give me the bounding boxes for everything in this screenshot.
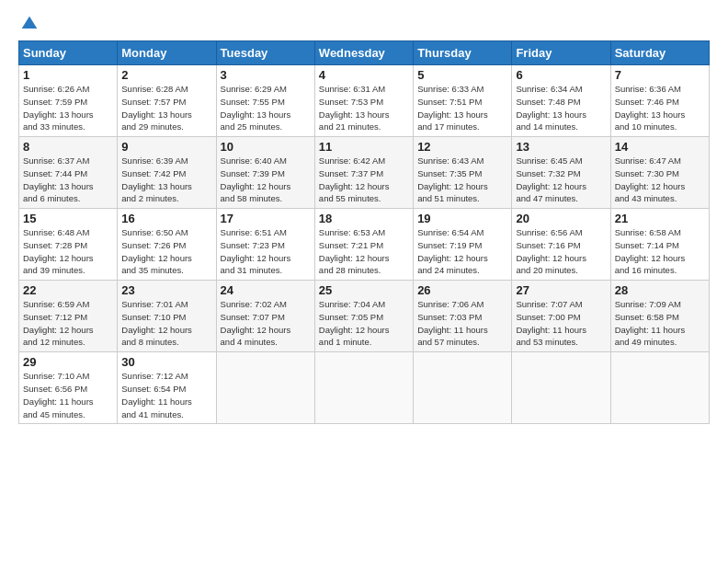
calendar-cell: 11Sunrise: 6:42 AM Sunset: 7:37 PM Dayli…	[314, 137, 413, 209]
day-number: 19	[417, 212, 507, 225]
day-info: Sunrise: 6:34 AM Sunset: 7:48 PM Dayligh…	[516, 83, 606, 133]
calendar-cell: 19Sunrise: 6:54 AM Sunset: 7:19 PM Dayli…	[414, 209, 512, 281]
day-info: Sunrise: 6:47 AM Sunset: 7:30 PM Dayligh…	[615, 155, 705, 205]
day-info: Sunrise: 6:54 AM Sunset: 7:19 PM Dayligh…	[417, 226, 507, 277]
calendar-cell: 10Sunrise: 6:40 AM Sunset: 7:39 PM Dayli…	[216, 137, 314, 209]
day-info: Sunrise: 6:48 AM Sunset: 7:28 PM Dayligh…	[23, 226, 113, 277]
calendar-cell: 16Sunrise: 6:50 AM Sunset: 7:26 PM Dayli…	[118, 209, 216, 281]
day-number: 7	[615, 68, 705, 82]
calendar-cell: 12Sunrise: 6:43 AM Sunset: 7:35 PM Dayli…	[414, 137, 512, 209]
day-info: Sunrise: 6:37 AM Sunset: 7:44 PM Dayligh…	[23, 155, 113, 205]
calendar-cell: 21Sunrise: 6:58 AM Sunset: 7:14 PM Dayli…	[610, 209, 709, 281]
day-number: 8	[23, 140, 113, 154]
calendar-cell: 1Sunrise: 6:26 AM Sunset: 7:59 PM Daylig…	[19, 65, 118, 137]
day-number: 5	[417, 68, 507, 82]
header-cell-thursday: Thursday	[414, 41, 512, 65]
day-number: 1	[23, 68, 113, 82]
day-info: Sunrise: 7:07 AM Sunset: 7:00 PM Dayligh…	[516, 298, 606, 349]
calendar-cell: 26Sunrise: 7:06 AM Sunset: 7:03 PM Dayli…	[414, 281, 512, 352]
day-number: 9	[121, 140, 211, 154]
day-number: 2	[121, 68, 211, 82]
logo-icon	[20, 15, 39, 33]
day-info: Sunrise: 6:33 AM Sunset: 7:51 PM Dayligh…	[417, 83, 507, 133]
logo	[18, 15, 39, 33]
calendar-cell: 3Sunrise: 6:29 AM Sunset: 7:55 PM Daylig…	[216, 65, 314, 137]
day-info: Sunrise: 6:43 AM Sunset: 7:35 PM Dayligh…	[417, 155, 507, 205]
calendar-header-row: SundayMondayTuesdayWednesdayThursdayFrid…	[19, 41, 710, 65]
calendar-week-row: 29Sunrise: 7:10 AM Sunset: 6:56 PM Dayli…	[19, 352, 710, 424]
calendar-cell: 7Sunrise: 6:36 AM Sunset: 7:46 PM Daylig…	[610, 65, 709, 137]
day-info: Sunrise: 6:39 AM Sunset: 7:42 PM Dayligh…	[121, 155, 211, 205]
day-info: Sunrise: 7:01 AM Sunset: 7:10 PM Dayligh…	[121, 298, 211, 349]
calendar-cell: 22Sunrise: 6:59 AM Sunset: 7:12 PM Dayli…	[19, 281, 118, 352]
day-number: 22	[23, 283, 113, 297]
calendar-cell: 28Sunrise: 7:09 AM Sunset: 6:58 PM Dayli…	[610, 281, 709, 352]
calendar-cell: 23Sunrise: 7:01 AM Sunset: 7:10 PM Dayli…	[118, 281, 216, 352]
calendar-week-row: 1Sunrise: 6:26 AM Sunset: 7:59 PM Daylig…	[19, 65, 710, 137]
day-number: 13	[516, 140, 606, 154]
day-number: 24	[221, 283, 311, 297]
header-cell-saturday: Saturday	[610, 41, 709, 65]
calendar-cell: 6Sunrise: 6:34 AM Sunset: 7:48 PM Daylig…	[512, 65, 610, 137]
calendar-cell	[216, 352, 314, 424]
calendar-cell: 27Sunrise: 7:07 AM Sunset: 7:00 PM Dayli…	[512, 281, 610, 352]
calendar-cell: 14Sunrise: 6:47 AM Sunset: 7:30 PM Dayli…	[610, 137, 709, 209]
calendar-cell	[512, 352, 610, 424]
day-number: 20	[516, 212, 606, 225]
header-cell-tuesday: Tuesday	[216, 41, 314, 65]
day-info: Sunrise: 6:28 AM Sunset: 7:57 PM Dayligh…	[121, 83, 211, 133]
day-number: 23	[121, 283, 211, 297]
day-number: 28	[615, 283, 705, 297]
calendar-week-row: 22Sunrise: 6:59 AM Sunset: 7:12 PM Dayli…	[19, 281, 710, 352]
day-number: 4	[319, 68, 409, 82]
day-info: Sunrise: 6:51 AM Sunset: 7:23 PM Dayligh…	[221, 226, 311, 277]
calendar-cell: 8Sunrise: 6:37 AM Sunset: 7:44 PM Daylig…	[19, 137, 118, 209]
calendar-week-row: 8Sunrise: 6:37 AM Sunset: 7:44 PM Daylig…	[19, 137, 710, 209]
calendar-cell: 18Sunrise: 6:53 AM Sunset: 7:21 PM Dayli…	[314, 209, 413, 281]
day-info: Sunrise: 6:42 AM Sunset: 7:37 PM Dayligh…	[319, 155, 409, 205]
calendar-cell: 9Sunrise: 6:39 AM Sunset: 7:42 PM Daylig…	[118, 137, 216, 209]
calendar-cell: 4Sunrise: 6:31 AM Sunset: 7:53 PM Daylig…	[314, 65, 413, 137]
day-info: Sunrise: 6:58 AM Sunset: 7:14 PM Dayligh…	[615, 226, 705, 277]
calendar-cell: 15Sunrise: 6:48 AM Sunset: 7:28 PM Dayli…	[19, 209, 118, 281]
header-cell-friday: Friday	[512, 41, 610, 65]
day-info: Sunrise: 7:10 AM Sunset: 6:56 PM Dayligh…	[23, 370, 113, 420]
day-info: Sunrise: 7:02 AM Sunset: 7:07 PM Dayligh…	[221, 298, 311, 349]
day-number: 15	[23, 212, 113, 225]
day-number: 11	[319, 140, 409, 154]
day-number: 21	[615, 212, 705, 225]
day-number: 17	[221, 212, 311, 225]
day-info: Sunrise: 6:29 AM Sunset: 7:55 PM Dayligh…	[221, 83, 311, 133]
header-cell-wednesday: Wednesday	[314, 41, 413, 65]
calendar-cell	[314, 352, 413, 424]
day-number: 12	[417, 140, 507, 154]
day-number: 16	[121, 212, 211, 225]
svg-marker-0	[22, 17, 38, 29]
calendar-cell: 24Sunrise: 7:02 AM Sunset: 7:07 PM Dayli…	[216, 281, 314, 352]
day-number: 29	[23, 355, 113, 369]
calendar-cell	[414, 352, 512, 424]
day-number: 3	[221, 68, 311, 82]
calendar-cell: 5Sunrise: 6:33 AM Sunset: 7:51 PM Daylig…	[414, 65, 512, 137]
day-info: Sunrise: 6:36 AM Sunset: 7:46 PM Dayligh…	[615, 83, 705, 133]
day-info: Sunrise: 7:09 AM Sunset: 6:58 PM Dayligh…	[615, 298, 705, 349]
day-info: Sunrise: 6:40 AM Sunset: 7:39 PM Dayligh…	[221, 155, 311, 205]
calendar-cell: 30Sunrise: 7:12 AM Sunset: 6:54 PM Dayli…	[118, 352, 216, 424]
day-info: Sunrise: 6:45 AM Sunset: 7:32 PM Dayligh…	[516, 155, 606, 205]
day-number: 14	[615, 140, 705, 154]
calendar-week-row: 15Sunrise: 6:48 AM Sunset: 7:28 PM Dayli…	[19, 209, 710, 281]
calendar: SundayMondayTuesdayWednesdayThursdayFrid…	[18, 40, 710, 424]
day-number: 25	[319, 283, 409, 297]
calendar-cell: 25Sunrise: 7:04 AM Sunset: 7:05 PM Dayli…	[314, 281, 413, 352]
calendar-cell: 20Sunrise: 6:56 AM Sunset: 7:16 PM Dayli…	[512, 209, 610, 281]
calendar-body: 1Sunrise: 6:26 AM Sunset: 7:59 PM Daylig…	[19, 65, 710, 424]
day-info: Sunrise: 6:31 AM Sunset: 7:53 PM Dayligh…	[319, 83, 409, 133]
day-info: Sunrise: 6:26 AM Sunset: 7:59 PM Dayligh…	[23, 83, 113, 133]
day-number: 18	[319, 212, 409, 225]
day-info: Sunrise: 7:06 AM Sunset: 7:03 PM Dayligh…	[417, 298, 507, 349]
calendar-cell: 2Sunrise: 6:28 AM Sunset: 7:57 PM Daylig…	[118, 65, 216, 137]
day-number: 10	[221, 140, 311, 154]
day-number: 30	[121, 355, 211, 369]
header-cell-monday: Monday	[118, 41, 216, 65]
day-info: Sunrise: 6:50 AM Sunset: 7:26 PM Dayligh…	[121, 226, 211, 277]
